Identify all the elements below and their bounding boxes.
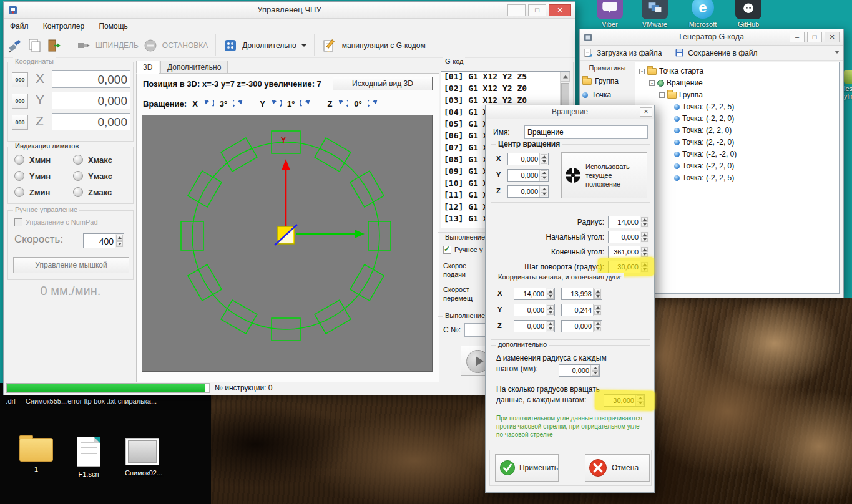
- center-y-stepper[interactable]: 0,000: [507, 169, 549, 182]
- center-z-stepper[interactable]: 0,000: [507, 185, 549, 198]
- radius-stepper[interactable]: 14,000: [608, 216, 649, 228]
- desktop-icon-microsoft[interactable]: e Microsoft: [688, 0, 717, 28]
- generator-tree[interactable]: -Точка старта -Вращение -Группа Точка: (…: [635, 62, 840, 294]
- minimize-button[interactable]: –: [507, 4, 526, 16]
- additional-group-label: дополнительно: [496, 341, 549, 348]
- tree-item-point[interactable]: Точка: (-2, 2, 5): [674, 172, 734, 183]
- rotation-dialog: Вращение ✕ Имя: Вращение Центр вращения …: [485, 105, 655, 493]
- coord-z-value[interactable]: 0,000: [52, 113, 130, 130]
- rotate-z-ccw-icon[interactable]: [338, 100, 348, 108]
- tree-item-group[interactable]: -Группа: [659, 89, 703, 100]
- rotate-y-cw-icon[interactable]: [300, 100, 311, 108]
- menu-file[interactable]: Файл: [4, 19, 35, 33]
- main-titlebar[interactable]: Управленец ЧПУ – □ ✕: [4, 2, 575, 19]
- dialog-titlebar[interactable]: Вращение ✕: [486, 105, 654, 119]
- maximize-button[interactable]: □: [528, 4, 546, 16]
- rotate-x-cw-icon[interactable]: [233, 100, 243, 108]
- dialog-close-button[interactable]: ✕: [640, 107, 652, 117]
- arc-z-start-stepper[interactable]: 0,000: [514, 320, 555, 332]
- save-file-button[interactable]: Сохранение в файл: [688, 49, 757, 57]
- tree-item-point[interactable]: Точка: (-2, -2, 0): [674, 148, 737, 160]
- gcode-manip-button-label[interactable]: манипуляции с G-кодом: [342, 41, 426, 50]
- apply-button[interactable]: Применить: [495, 454, 559, 482]
- generator-titlebar[interactable]: Генератор G-кода – □ ✕: [580, 29, 843, 46]
- name-input[interactable]: Вращение: [524, 125, 648, 139]
- cancel-button[interactable]: Отмена: [585, 454, 650, 482]
- load-file-icon[interactable]: [584, 48, 593, 57]
- rotate-y-ccw-icon[interactable]: [271, 100, 282, 108]
- scroll-up-arrow[interactable]: [561, 72, 570, 82]
- additional-button-label[interactable]: Дополнительно: [242, 41, 296, 50]
- save-file-icon[interactable]: [675, 48, 684, 57]
- tree-expander[interactable]: -: [659, 92, 665, 98]
- desktop-icon-snimok02[interactable]: Снимок02...: [125, 438, 160, 478]
- gcode-line[interactable]: [01] G1 X12 Y2 Z5: [441, 72, 570, 84]
- desktop-icon-github[interactable]: GitHub: [734, 0, 763, 28]
- tab-additional[interactable]: Дополнительно: [160, 61, 228, 74]
- primitives-panel: -Примитивы- Группа Точка: [582, 64, 632, 99]
- desktop-icon-viber[interactable]: Viber: [595, 0, 624, 28]
- tab-3d[interactable]: 3D: [136, 61, 159, 74]
- mouse-control-button[interactable]: Управление мышкой: [13, 257, 129, 273]
- rotate-z-cw-icon[interactable]: [368, 100, 378, 108]
- desktop-file-label[interactable]: .drl: [0, 397, 21, 406]
- start-angle-stepper[interactable]: 0,000: [608, 231, 649, 243]
- viewport-3d[interactable]: Y: [142, 115, 433, 372]
- gcode-line[interactable]: [02] G1 X12 Y2 Z0: [441, 84, 570, 95]
- center-x-stepper[interactable]: 0,000: [507, 153, 549, 165]
- arc-y-start-stepper[interactable]: 0,000: [514, 304, 555, 316]
- gcode-edit-icon[interactable]: [322, 38, 337, 53]
- arc-x-start-stepper[interactable]: 14,000: [514, 288, 555, 300]
- maximize-button[interactable]: □: [807, 32, 822, 42]
- zero-z-button[interactable]: 000: [12, 115, 28, 130]
- desktop-icon-folder-1[interactable]: 1: [19, 438, 54, 474]
- desktop-icon-edge-partial[interactable]: ies ylin...: [844, 70, 852, 100]
- primitive-group-item[interactable]: Группа: [582, 77, 632, 85]
- arc-z-end-stepper[interactable]: 0,000: [561, 320, 602, 332]
- tree-item-point[interactable]: Точка: (2, 2, 0): [674, 125, 732, 136]
- coord-y-value[interactable]: 0,000: [52, 92, 130, 109]
- zero-x-button[interactable]: 000: [12, 72, 28, 87]
- connect-icon[interactable]: [7, 38, 22, 53]
- delta-radius-stepper[interactable]: 0,000: [559, 364, 600, 377]
- primitive-point-item[interactable]: Точка: [582, 90, 632, 99]
- tree-expander[interactable]: -: [639, 69, 645, 74]
- arc-y-end-stepper[interactable]: 0,244: [561, 304, 602, 316]
- menu-help[interactable]: Помощь: [92, 19, 134, 33]
- tree-expander[interactable]: -: [649, 80, 655, 86]
- copy-icon[interactable]: [27, 38, 41, 53]
- tree-item-label: Точка: (2, 2, 0): [682, 126, 732, 135]
- position-info: Позиция в 3D: x=-3 y=7 z=-300 увеличение…: [143, 79, 321, 89]
- step-angle-stepper[interactable]: 30,000: [608, 261, 649, 273]
- desktop-file-label[interactable]: error ftp-box .txt: [67, 397, 116, 406]
- additional-icon[interactable]: [223, 39, 237, 52]
- arc-x-end-stepper[interactable]: 13,998: [561, 288, 602, 300]
- minimize-button[interactable]: –: [790, 32, 805, 42]
- manual-exec-checkbox[interactable]: [443, 246, 451, 254]
- desktop-file-label[interactable]: Снимок555...: [22, 397, 70, 406]
- additional-dropdown-caret[interactable]: [301, 44, 306, 47]
- toolbar-overflow-caret[interactable]: [835, 51, 840, 54]
- tree-item-point[interactable]: Точка: (-2, 2, 5): [674, 101, 734, 112]
- tree-item-rotation[interactable]: -Вращение: [649, 77, 703, 89]
- speed-stepper[interactable]: 400: [83, 233, 124, 248]
- menu-controller[interactable]: Контроллер: [37, 19, 91, 33]
- load-file-button[interactable]: Загрузка из файла: [597, 49, 662, 57]
- desktop-file-label[interactable]: спиралька...: [115, 397, 160, 406]
- tree-item-point[interactable]: Точка: (-2, 2, 0): [674, 113, 734, 124]
- desktop-icon-vmware[interactable]: VMware: [640, 0, 669, 28]
- exit-icon[interactable]: [46, 38, 61, 53]
- rotate-x-ccw-icon[interactable]: [203, 100, 214, 108]
- tree-item-start-point[interactable]: -Точка старта: [639, 65, 703, 77]
- use-current-position-button[interactable]: Использовать текущее положение: [561, 152, 647, 198]
- zero-y-button[interactable]: 000: [12, 94, 28, 109]
- tree-item-point[interactable]: Точка: (2, -2, 0): [674, 137, 734, 148]
- rotate-data-stepper[interactable]: 30,000: [604, 394, 645, 407]
- reset-view-button[interactable]: Исходный вид 3D: [333, 77, 433, 90]
- desktop-icon-f1scn[interactable]: F1.scn: [74, 437, 104, 479]
- end-angle-stepper[interactable]: 361,000: [608, 246, 649, 258]
- close-button[interactable]: ✕: [825, 32, 840, 42]
- coord-x-value[interactable]: 0,000: [52, 70, 130, 88]
- tree-item-point[interactable]: Точка: (-2, 2, 0): [674, 160, 734, 172]
- close-button[interactable]: ✕: [549, 4, 571, 16]
